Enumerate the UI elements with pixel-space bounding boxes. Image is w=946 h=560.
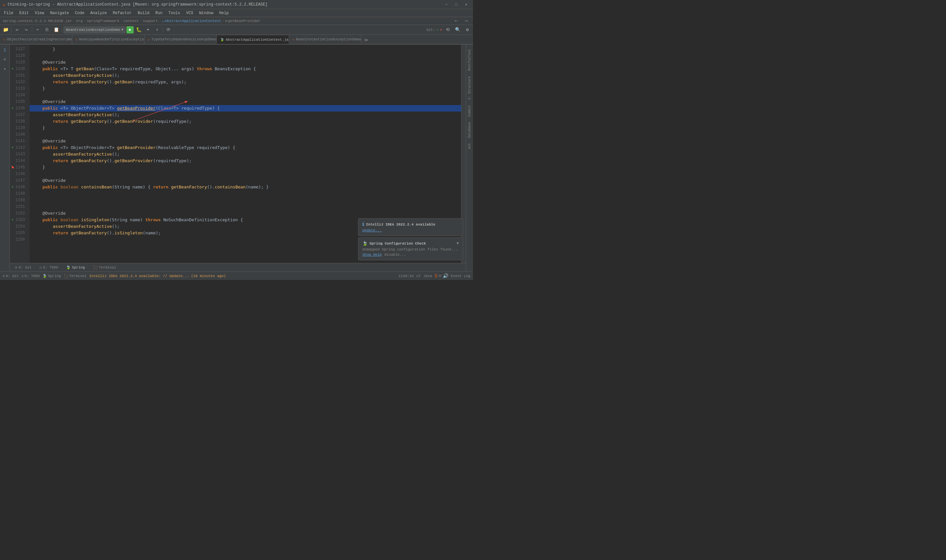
- run-config-label: BeanCreationExceptionDemo: [66, 28, 120, 32]
- git-label: Git:: [426, 28, 435, 32]
- copy-button[interactable]: ⎘: [43, 26, 51, 34]
- disable-link[interactable]: Disable...: [384, 253, 406, 257]
- status-spring-item[interactable]: 🍃 Spring: [42, 274, 61, 278]
- bc-support[interactable]: support: [143, 19, 158, 23]
- status-filetype[interactable]: Java: [424, 274, 432, 278]
- line-num-1153: ⊙ 1153: [10, 217, 27, 223]
- menu-run[interactable]: Run: [153, 10, 165, 16]
- toolbar: 📁 ↩ ↪ ✂ ⎘ 📋 BeanCreationExceptionDemo ▼ …: [0, 25, 473, 35]
- run-button[interactable]: ▶: [126, 26, 134, 34]
- event-log-label: Event Log: [451, 274, 470, 278]
- status-event-log[interactable]: Event Log: [451, 274, 470, 278]
- run-indicator-1142: ⊙: [11, 145, 14, 151]
- bc-class[interactable]: AbstractApplicationContext: [165, 19, 221, 23]
- sidebar-database[interactable]: Database: [467, 120, 472, 140]
- git-checkmark[interactable]: ✓: [436, 28, 439, 32]
- bc-context[interactable]: context: [123, 19, 139, 23]
- status-position[interactable]: 1136:34: [398, 274, 414, 278]
- menu-refactor[interactable]: Refactor: [110, 10, 134, 16]
- tab-beaninstantiation[interactable]: ☕ BeanInstantiationExceptionDemo.java ✕: [289, 35, 361, 44]
- git-panel-icon: ⊙: [15, 265, 17, 269]
- line-num-1136: ⊙ 1136: [10, 105, 27, 112]
- run-config-selector[interactable]: BeanCreationExceptionDemo ▼: [63, 26, 126, 34]
- project-structure-button[interactable]: 📁: [1, 26, 10, 34]
- profile-button[interactable]: ⚡: [153, 26, 161, 34]
- close-button[interactable]: ✕: [462, 1, 470, 8]
- undo-button[interactable]: ↩: [13, 26, 22, 34]
- sync-button[interactable]: ⟳: [164, 26, 173, 34]
- bc-org[interactable]: org: [76, 19, 83, 23]
- status-memory-label: S 中 🔊: [434, 273, 448, 279]
- code-line-1147: @Override: [29, 177, 461, 184]
- tab-objectfactory[interactable]: ☕ ObjectFactoryCreatingFactoryBean.java …: [0, 35, 72, 44]
- menu-window[interactable]: Window: [196, 10, 216, 16]
- bc-springframework[interactable]: springframework: [87, 19, 119, 23]
- show-help-link[interactable]: Show Help: [362, 253, 382, 257]
- code-line-1152: @Override: [29, 210, 461, 217]
- menu-code[interactable]: Code: [72, 10, 87, 16]
- panel-tab-todo[interactable]: ☑ 6: TODO: [37, 265, 61, 270]
- menu-build[interactable]: Build: [135, 10, 152, 16]
- maximize-button[interactable]: □: [452, 1, 461, 8]
- menu-view[interactable]: View: [32, 10, 47, 16]
- paste-button[interactable]: 📋: [52, 26, 60, 34]
- code-line-1127: }: [29, 46, 461, 52]
- menu-edit[interactable]: Edit: [17, 10, 32, 16]
- coverage-button[interactable]: ☂: [143, 26, 152, 34]
- left-sidebar: 1 ⊞ ★ ✦: [0, 45, 10, 280]
- title-bar: ☕ thinking-in-spring - AbstractApplicati…: [0, 0, 473, 9]
- sidebar-ant[interactable]: Ant: [467, 141, 472, 151]
- status-warning-message[interactable]: IntelliJ IDEA 2022.2.4 available: // Upd…: [89, 274, 226, 278]
- notif-spring-title: Spring Configuration Check: [370, 242, 426, 246]
- tab-typesafety[interactable]: ☕ TypeSafetyDependencyLookupDemo.java ✕: [145, 35, 217, 44]
- line-num-1127: 1127: [10, 46, 27, 52]
- notif-chevron-button[interactable]: ▼: [456, 241, 459, 246]
- code-line-1138: return getBeanFactory().getBeanProvider(…: [29, 118, 461, 125]
- code-line-1134: [29, 92, 461, 98]
- code-line-1132: return getBeanFactory().getBean(required…: [29, 79, 461, 85]
- search-everywhere-button[interactable]: 🔍: [453, 26, 462, 34]
- notif-update-title: IntelliJ IDEA 2022.2.4 available: [366, 223, 435, 226]
- forward-navigation-button[interactable]: →: [462, 17, 470, 25]
- panel-tab-spring[interactable]: 🍃 Spring: [63, 265, 88, 270]
- bc-method[interactable]: getBeanProvider: [228, 19, 260, 23]
- update-link[interactable]: Update...: [362, 228, 382, 232]
- sidebar-structure[interactable]: 2: Structure: [467, 74, 472, 102]
- status-memory[interactable]: S 中 🔊: [434, 273, 448, 279]
- sidebar-commit[interactable]: Commit: [467, 103, 472, 119]
- status-encoding[interactable]: LF: [416, 274, 421, 278]
- info-icon: ℹ: [362, 222, 364, 227]
- menu-navigate[interactable]: Navigate: [47, 10, 72, 16]
- menu-tools[interactable]: Tools: [166, 10, 183, 16]
- tab-nounique[interactable]: ☕ NoUniqueBeanDefinitionExceptionDemo.ja…: [72, 35, 145, 44]
- sidebar-favorites-icon[interactable]: ★: [1, 64, 9, 73]
- menu-help[interactable]: Help: [216, 10, 231, 16]
- sidebar-restfultool[interactable]: RestfulTool: [467, 47, 472, 73]
- run-indicator-1130: ⊙: [11, 66, 14, 72]
- sidebar-structure-icon[interactable]: ⊞: [1, 55, 9, 64]
- status-terminal-item[interactable]: ⬛ Terminal: [64, 274, 87, 278]
- git-x[interactable]: ✗: [440, 28, 442, 32]
- redo-button[interactable]: ↪: [22, 26, 31, 34]
- bookmark-1145: 🔖: [11, 164, 14, 171]
- back-navigation-button[interactable]: ←: [452, 17, 461, 25]
- status-todo-item[interactable]: ☑ 6: TODO: [22, 274, 40, 278]
- minimize-button[interactable]: ─: [442, 1, 451, 8]
- settings-button[interactable]: ⚙: [463, 26, 472, 34]
- tabs-bar: ☕ ObjectFactoryCreatingFactoryBean.java …: [0, 35, 473, 45]
- menu-file[interactable]: File: [1, 10, 16, 16]
- tab-abstractapplicationcontext[interactable]: 🍃 AbstractApplicationContext.java ✕: [217, 35, 289, 45]
- more-tabs-button[interactable]: ≫: [362, 36, 371, 44]
- menu-analyze[interactable]: Analyze: [88, 10, 109, 16]
- panel-tab-git[interactable]: ⊙ 9: Git: [12, 265, 34, 270]
- status-git-item[interactable]: ⊙ 9: Git: [3, 274, 19, 278]
- sidebar-project-icon[interactable]: 1: [1, 46, 9, 54]
- git-history-button[interactable]: ⟲: [444, 26, 452, 34]
- panel-tab-terminal[interactable]: ⬛ Terminal: [90, 265, 119, 270]
- bc-jar[interactable]: spring-context-5.2.2.RELEASE.jar: [3, 19, 72, 23]
- cut-button[interactable]: ✂: [34, 26, 42, 34]
- code-line-1128: [29, 52, 461, 59]
- code-line-1143: assertBeanFactoryActive();: [29, 151, 461, 158]
- debug-button[interactable]: 🐛: [134, 26, 143, 34]
- menu-vcs[interactable]: VCS: [183, 10, 196, 16]
